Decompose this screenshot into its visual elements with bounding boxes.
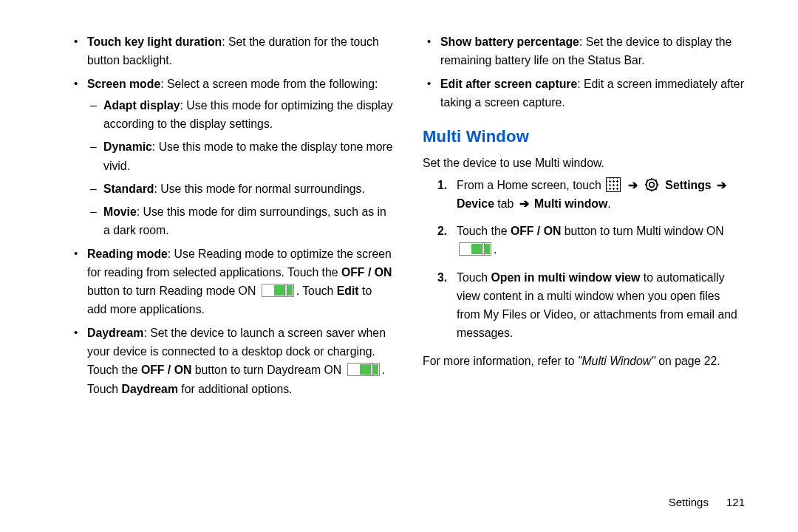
desc: button to turn Daydream ON	[191, 364, 344, 376]
text: on page 22.	[655, 355, 720, 367]
desc: : Select a screen mode from the followin…	[160, 78, 378, 90]
list-item: Show battery percentage: Set the device …	[437, 33, 746, 70]
text: tab	[494, 197, 517, 210]
settings-label: Settings	[665, 179, 711, 191]
text: From a Home screen, touch	[457, 179, 604, 191]
left-column: Touch key light duration: Set the durati…	[69, 33, 393, 510]
term: Daydream	[87, 327, 143, 339]
sub-list: Adapt display: Use this mode for optimiz…	[87, 96, 393, 240]
right-column: Show battery percentage: Set the device …	[423, 33, 746, 510]
multi-window-label: Multi window	[534, 197, 607, 210]
arrow-icon: ➔	[626, 179, 640, 191]
page: Touch key light duration: Set the durati…	[0, 0, 798, 532]
term: Adapt display	[103, 99, 180, 112]
term: Show battery percentage	[440, 35, 579, 48]
footer-page-number: 121	[726, 496, 745, 508]
term: Screen mode	[87, 78, 160, 90]
arrow-icon: ➔	[517, 197, 531, 210]
toggle-on-icon	[347, 363, 380, 376]
intro-text: Set the device to use Multi window.	[423, 154, 746, 172]
desc: button to turn Reading mode ON	[87, 284, 259, 297]
step-item: Touch the OFF / ON button to turn Multi …	[457, 222, 746, 259]
term: Touch key light duration	[87, 35, 222, 48]
edit-label: Edit	[337, 284, 359, 297]
apps-grid-icon	[606, 177, 621, 192]
gear-icon	[644, 177, 659, 192]
desc: . Touch	[296, 284, 337, 297]
off-on-label: OFF / ON	[141, 364, 191, 376]
toggle-on-icon	[262, 284, 294, 297]
text: .	[494, 243, 497, 256]
open-label: Open in multi window view	[491, 271, 641, 284]
text: For more information, refer to	[423, 355, 578, 367]
arrow-icon: ➔	[715, 179, 729, 191]
list-item: Adapt display: Use this mode for optimiz…	[99, 96, 393, 134]
text: button to turn Multi window ON	[561, 225, 723, 237]
text: Touch the	[457, 225, 511, 237]
section-heading: Multi Window	[423, 123, 746, 149]
term: Standard	[103, 183, 154, 195]
step-item: Touch Open in multi window view to autom…	[457, 268, 746, 343]
off-on-label: OFF / ON	[511, 225, 561, 237]
daydream-label: Daydream	[122, 383, 178, 395]
toggle-on-icon	[459, 242, 491, 256]
term: Edit after screen capture	[440, 78, 577, 90]
tail-text: For more information, refer to "Multi Wi…	[423, 352, 746, 370]
list-item: Edit after screen capture: Edit a screen…	[437, 75, 746, 112]
device-tab-label: Device	[457, 197, 494, 210]
svg-point-0	[649, 182, 655, 187]
list-item: Dynamic: Use this mode to make the displ…	[99, 137, 393, 175]
steps-list: From a Home screen, touch ➔ Settings ➔ D…	[423, 176, 746, 343]
reference: "Multi Window"	[578, 355, 655, 367]
text: Touch	[457, 271, 491, 284]
list-item: Standard: Use this mode for normal surro…	[99, 180, 393, 198]
desc: for additional options.	[178, 383, 293, 395]
footer-section: Settings	[669, 496, 709, 508]
term: Movie	[103, 205, 137, 218]
left-bullet-list: Touch key light duration: Set the durati…	[69, 33, 393, 398]
list-item: Movie: Use this mode for dim surrounding…	[99, 202, 393, 240]
desc: : Use this mode for normal surroundings.	[154, 183, 364, 195]
off-on-label: OFF / ON	[341, 266, 392, 279]
list-item: Touch key light duration: Set the durati…	[84, 33, 393, 70]
list-item: Reading mode: Use Reading mode to optimi…	[84, 245, 393, 319]
desc: : Use this mode for dim surroundings, su…	[103, 205, 386, 236]
term: Dynamic	[103, 140, 152, 153]
term: Reading mode	[87, 248, 168, 260]
list-item: Screen mode: Select a screen mode from t…	[84, 75, 393, 240]
step-item: From a Home screen, touch ➔ Settings ➔ D…	[457, 176, 746, 214]
text: .	[607, 197, 610, 210]
page-footer: Settings121	[669, 496, 745, 508]
right-bullet-list: Show battery percentage: Set the device …	[423, 33, 746, 112]
list-item: Daydream: Set the device to launch a scr…	[84, 324, 393, 398]
